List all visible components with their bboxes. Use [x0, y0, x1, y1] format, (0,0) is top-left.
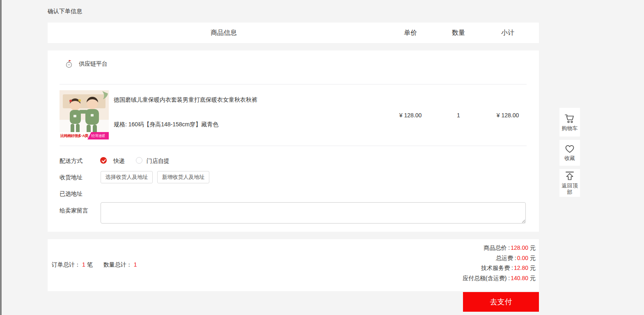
column-quantity: 数量 [452, 29, 465, 37]
delivery-method-label: 配送方式 [60, 158, 83, 165]
sidebar-cart-label: 购物车 [561, 125, 578, 132]
banner-right-text: 轻薄速暖 [87, 132, 109, 139]
product-image[interactable]: 比纯棉好很多·A类 轻薄速暖 [60, 90, 109, 139]
product-spec: 规格: 160码【身高148-158cm穿】藏青色 [114, 121, 218, 128]
summary-row-service-fee: 技术服务费 : 12.80 元 [481, 263, 536, 273]
order-count-unit: 笔 [87, 261, 93, 269]
seller-message-textarea[interactable] [101, 202, 526, 224]
summary-row-payable-total: 应付总额(含运费) : 140.80 元 [463, 273, 536, 283]
payable-total-value: 140.80 [511, 273, 528, 283]
order-table-header: 商品信息 单价 数量 小计 [48, 23, 539, 43]
product-image-banner: 比纯棉好很多·A类 轻薄速暖 [60, 132, 109, 139]
order-card: 供应链平台 [48, 50, 539, 232]
shipping-address-label: 收货地址 [60, 174, 83, 181]
summary-card: 商品总价 : 128.00 元 总运费 : 0.00 元 技术服务费 : 12.… [48, 239, 539, 291]
shipping-fee-value: 0.00 [517, 253, 528, 263]
summary-rows: 商品总价 : 128.00 元 总运费 : 0.00 元 技术服务费 : 12.… [463, 243, 536, 283]
product-unit-price: ¥ 128.00 [399, 112, 422, 119]
radio-express[interactable] [100, 157, 107, 164]
store-row: 供应链平台 [65, 59, 108, 68]
column-subtotal: 小计 [501, 29, 514, 37]
page-title: 确认下单信息 [48, 8, 82, 15]
banner-left-text: 比纯棉好很多·A类 [60, 133, 88, 139]
order-totals-line: 订单总计： 1 笔 数量总计： 1 [52, 261, 139, 269]
goods-total-value: 128.00 [511, 243, 528, 253]
column-unit-price: 单价 [404, 29, 417, 37]
heart-icon [564, 144, 575, 154]
radio-store-pickup[interactable] [136, 157, 142, 164]
go-to-pay-button[interactable]: 去支付 [463, 292, 539, 312]
sidebar-back-to-top-label: 返回顶部 [561, 183, 578, 196]
left-scrollbar[interactable] [0, 0, 2, 315]
qty-total-label: 数量总计： [103, 261, 132, 269]
seller-message-label: 给卖家留言 [60, 207, 88, 215]
order-count-label: 订单总计： [52, 261, 80, 269]
product-subtotal: ¥ 128.00 [497, 112, 519, 119]
summary-row-shipping: 总运费 : 0.00 元 [496, 253, 536, 263]
order-count-value: 1 [82, 261, 85, 268]
product-quantity: 1 [457, 112, 460, 119]
sidebar-item-cart[interactable]: 购物车 [559, 108, 580, 137]
add-address-button[interactable]: 新增收货人及地址 [157, 171, 209, 183]
sidebar-item-favorites[interactable]: 收藏 [559, 140, 580, 166]
store-icon [65, 59, 73, 68]
service-fee-value: 12.80 [514, 263, 528, 273]
divider [60, 84, 527, 84]
radio-store-pickup-label[interactable]: 门店自提 [147, 158, 170, 165]
qty-total-value: 1 [134, 261, 137, 268]
summary-row-goods-total: 商品总价 : 128.00 元 [484, 243, 536, 253]
sidebar-favorites-label: 收藏 [561, 155, 578, 162]
product-title[interactable]: 德国磨绒儿童保暖内衣套装男童打底保暖衣女童秋衣秋裤 [114, 96, 401, 104]
cart-icon [564, 113, 575, 124]
select-address-button[interactable]: 选择收货人及地址 [101, 171, 153, 183]
back-to-top-icon [564, 171, 575, 181]
sidebar-item-back-to-top[interactable]: 返回顶部 [559, 169, 580, 197]
store-name[interactable]: 供应链平台 [79, 60, 108, 68]
column-product-info: 商品信息 [211, 29, 237, 37]
selected-address-label: 已选地址 [60, 190, 83, 198]
product-photo: 比纯棉好很多·A类 轻薄速暖 [60, 90, 109, 139]
radio-express-label[interactable]: 快递 [113, 158, 125, 165]
divider [60, 146, 527, 146]
